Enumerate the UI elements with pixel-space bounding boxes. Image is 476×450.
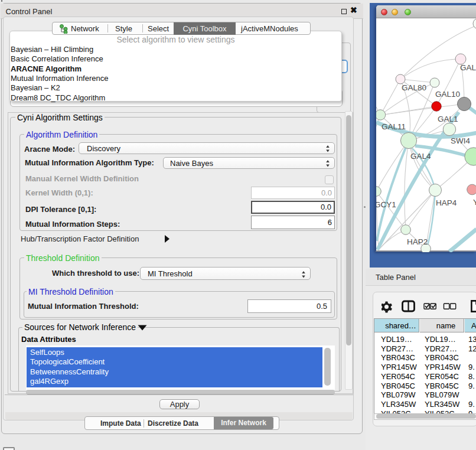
svg-text:GAL11: GAL11 bbox=[382, 122, 406, 131]
svg-text:GAL4: GAL4 bbox=[410, 152, 431, 161]
svg-text:YJ: YJ bbox=[473, 198, 476, 207]
svg-text:HAP2: HAP2 bbox=[407, 237, 428, 246]
svg-text:GAL80: GAL80 bbox=[402, 83, 426, 92]
svg-text:GAL1: GAL1 bbox=[438, 115, 458, 123]
svg-text:GCY1: GCY1 bbox=[376, 200, 396, 209]
svg-text:SWI4: SWI4 bbox=[451, 136, 470, 145]
svg-text:HAP4: HAP4 bbox=[436, 198, 457, 207]
svg-text:GAL2: GAL2 bbox=[460, 63, 476, 72]
svg-text:GAL10: GAL10 bbox=[435, 90, 460, 99]
